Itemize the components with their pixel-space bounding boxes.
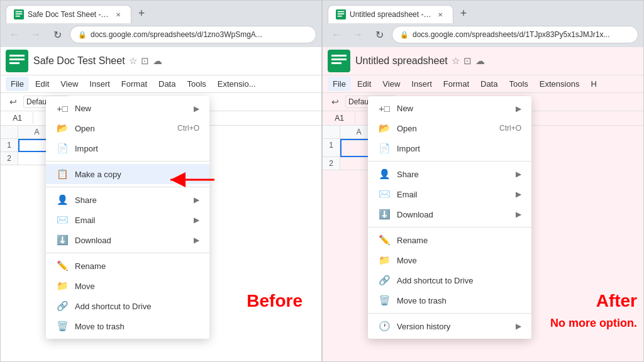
add-shortcut-label-right: Add shortcut to Drive	[397, 276, 521, 285]
col-header-empty-left	[1, 126, 18, 139]
menu-open-right[interactable]: 📂 Open Ctrl+O	[368, 118, 531, 138]
add-shortcut-icon-right: 🔗	[378, 275, 391, 286]
menu-import-right[interactable]: 📄 Import	[368, 138, 531, 158]
star-icon-right[interactable]: ☆	[452, 55, 460, 67]
svg-rect-11	[338, 11, 345, 13]
browser-chrome-left: Safe Doc Test Sheet - Google Sh... ✕ + ←…	[1, 1, 321, 47]
star-icon-left[interactable]: ☆	[129, 55, 137, 67]
folder-icon-left[interactable]: ⊡	[141, 55, 149, 67]
move-trash-label-left: Move to trash	[75, 322, 199, 331]
lock-icon-left: 🔒	[78, 31, 87, 39]
menu-new-left[interactable]: +□ New ▶	[46, 99, 209, 118]
make-copy-icon-left: 📋	[56, 168, 69, 180]
menu-open-left[interactable]: 📂 Open Ctrl+O	[46, 118, 209, 138]
new-label-right: New	[397, 104, 509, 113]
doc-title-text-left: Safe Doc Test Sheet	[33, 55, 125, 67]
menu-move-trash-left[interactable]: 🗑️ Move to trash	[46, 316, 209, 336]
undo-btn-right[interactable]: ↩	[328, 94, 343, 109]
menu-version-history-right[interactable]: 🕐 Version history ▶	[368, 316, 531, 336]
address-bar-left[interactable]: 🔒 docs.google.com/spreadsheets/d/1zno3Wp…	[70, 26, 316, 43]
menu-data-left[interactable]: Data	[153, 77, 180, 91]
menu-email-left[interactable]: ✉️ Email ▶	[46, 210, 209, 230]
download-icon-left: ⬇️	[56, 234, 69, 246]
cloud-icon-right: ☁	[475, 55, 485, 67]
svg-rect-7	[9, 62, 19, 64]
new-tab-btn-left[interactable]: +	[133, 4, 150, 22]
back-btn-right[interactable]: ←	[328, 26, 345, 43]
app-header-left: Safe Doc Test Sheet ☆ ⊡ ☁	[1, 47, 321, 75]
svg-rect-1	[16, 11, 23, 13]
new-tab-btn-right[interactable]: +	[455, 4, 472, 22]
move-trash-icon-right: 🗑️	[378, 295, 391, 306]
menu-insert-left[interactable]: Insert	[84, 77, 115, 91]
menu-share-right[interactable]: 👤 Share ▶	[368, 164, 531, 184]
menu-help-right[interactable]: H	[586, 77, 601, 91]
menu-new-right[interactable]: +□ New ▶	[368, 99, 531, 118]
undo-btn-left[interactable]: ↩	[6, 94, 21, 109]
menu-format-right[interactable]: Format	[438, 77, 474, 91]
doc-title-area-right: Untitled spreadsheet ☆ ⊡ ☁	[355, 55, 638, 67]
tab-close-right[interactable]: ✕	[435, 9, 445, 19]
doc-title-text-right: Untitled spreadsheet	[355, 55, 448, 67]
doc-title-left: Safe Doc Test Sheet ☆ ⊡ ☁	[33, 55, 316, 67]
menu-download-left[interactable]: ⬇️ Download ▶	[46, 230, 209, 250]
menu-add-shortcut-right[interactable]: 🔗 Add shortcut to Drive	[368, 270, 531, 290]
share-label-right: Share	[397, 170, 509, 179]
version-history-arrow-right: ▶	[516, 322, 521, 331]
back-btn-left[interactable]: ←	[6, 26, 23, 43]
folder-icon-right[interactable]: ⊡	[464, 55, 472, 67]
add-shortcut-label-left: Add shortcut to Drive	[75, 302, 199, 311]
active-tab-right[interactable]: Untitled spreadsheet - Google S... ✕	[328, 5, 453, 23]
menu-move-trash-right[interactable]: 🗑️ Move to trash	[368, 290, 531, 310]
refresh-btn-left[interactable]: ↻	[48, 26, 66, 43]
menu-ext-right[interactable]: Extensions	[535, 77, 585, 91]
svg-rect-12	[338, 13, 345, 14]
download-label-left: Download	[75, 236, 187, 245]
menu-tools-right[interactable]: Tools	[504, 77, 533, 91]
row-2-right: 2	[323, 157, 340, 170]
tab-bar-left: Safe Doc Test Sheet - Google Sh... ✕ +	[6, 4, 316, 23]
forward-btn-left[interactable]: →	[27, 26, 45, 43]
menu-rename-left[interactable]: ✏️ Rename	[46, 256, 209, 276]
menu-edit-left[interactable]: Edit	[30, 77, 54, 91]
tab-close-left[interactable]: ✕	[113, 9, 123, 19]
svg-rect-15	[331, 55, 347, 57]
menu-rename-right[interactable]: ✏️ Rename	[368, 230, 531, 250]
menu-insert-right[interactable]: Insert	[406, 77, 437, 91]
divider-1-left	[46, 161, 209, 162]
email-arrow-left: ▶	[194, 216, 199, 224]
cloud-icon-left: ☁	[153, 55, 162, 67]
menu-view-right[interactable]: View	[377, 77, 405, 91]
row-1-right: 1	[323, 139, 340, 157]
menu-move-right[interactable]: 📁 Move	[368, 250, 531, 270]
svg-rect-17	[331, 62, 341, 64]
menu-ext-left[interactable]: Extensio...	[213, 77, 261, 91]
right-panel: Untitled spreadsheet - Google S... ✕ + ←…	[322, 0, 644, 362]
svg-rect-6	[9, 58, 25, 60]
divider-1-right	[368, 161, 531, 162]
menu-file-left[interactable]: File	[6, 77, 29, 91]
menu-edit-right[interactable]: Edit	[352, 77, 376, 91]
menu-format-left[interactable]: Format	[116, 77, 152, 91]
new-icon-right: +□	[378, 103, 391, 114]
divider-3-right	[368, 313, 531, 314]
menu-view-left[interactable]: View	[55, 77, 83, 91]
refresh-btn-right[interactable]: ↻	[370, 26, 388, 43]
menu-share-left[interactable]: 👤 Share ▶	[46, 190, 209, 210]
address-bar-right[interactable]: 🔒 docs.google.com/spreadsheets/d/1TJpx83…	[392, 26, 638, 43]
move-icon-right: 📁	[378, 255, 391, 266]
menu-data-right[interactable]: Data	[475, 77, 502, 91]
menu-import-left[interactable]: 📄 Import	[46, 138, 209, 158]
move-label-left: Move	[75, 282, 199, 291]
active-tab-left[interactable]: Safe Doc Test Sheet - Google Sh... ✕	[6, 5, 131, 23]
menu-download-right[interactable]: ⬇️ Download ▶	[368, 204, 531, 224]
menu-bar-left: File Edit View Insert Format Data Tools …	[1, 75, 321, 93]
menu-file-right[interactable]: File	[328, 77, 351, 91]
menu-tools-left[interactable]: Tools	[182, 77, 211, 91]
email-label-left: Email	[75, 216, 187, 225]
menu-email-right[interactable]: ✉️ Email ▶	[368, 184, 531, 204]
menu-add-shortcut-left[interactable]: 🔗 Add shortcut to Drive	[46, 296, 209, 316]
forward-btn-right[interactable]: →	[349, 26, 367, 43]
email-arrow-right: ▶	[516, 190, 521, 199]
menu-move-left[interactable]: 📁 Move	[46, 276, 209, 296]
